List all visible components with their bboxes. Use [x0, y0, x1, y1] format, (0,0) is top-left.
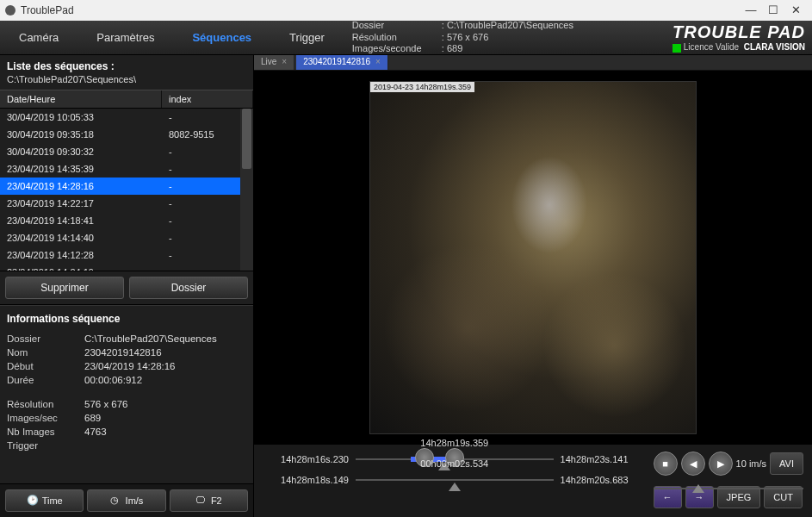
sequence-table: Date/Heure index 30/04/2019 10:05:33-30/… — [0, 90, 253, 271]
sequence-list-header: Liste des séquences : — [0, 55, 253, 74]
maximize-button[interactable]: ☐ — [762, 0, 784, 21]
header-info: Dossier: C:\TroublePad207\Sequences Réso… — [352, 20, 573, 55]
tab-camera[interactable]: Caméra — [0, 21, 77, 55]
frame-image: 2019-04-23 14h28m19s.359 — [369, 81, 697, 434]
frame-timestamp: 2019-04-23 14h28m19s.359 — [370, 82, 474, 92]
scrollbar[interactable] — [240, 109, 253, 271]
table-row[interactable]: 23/04/2019 14:14:40- — [0, 229, 253, 246]
tab-parametres[interactable]: Paramètres — [77, 21, 173, 55]
play-back-button[interactable]: ◀ — [681, 452, 705, 476]
table-row[interactable]: 30/04/2019 09:35:188082-9515 — [0, 126, 253, 143]
table-row[interactable]: 23/04/2019 14:22:17- — [0, 195, 253, 212]
avi-button[interactable]: AVI — [770, 452, 803, 475]
f2-button[interactable]: 🖵F2 — [170, 489, 248, 512]
dossier-button[interactable]: Dossier — [129, 277, 248, 299]
table-row[interactable]: 30/04/2019 09:30:32- — [0, 143, 253, 160]
table-row[interactable]: 30/04/2019 10:05:33- — [0, 109, 253, 126]
play-forward-button[interactable]: ▶ — [709, 452, 733, 476]
sequence-rows[interactable]: 30/04/2019 10:05:33-30/04/2019 09:35:188… — [0, 109, 253, 271]
timeline-track-2[interactable]: 00h00m02s.534 — [356, 472, 554, 488]
monitor-icon: 🖵 — [195, 495, 208, 507]
sequence-path: C:\TroublePad207\Sequences\ — [0, 74, 253, 90]
playhead-marker-2[interactable] — [449, 483, 461, 491]
timeline2-left: 14h28m18s.149 — [263, 475, 349, 485]
stop-button[interactable]: ■ — [654, 452, 678, 476]
window-title: TroublePad — [21, 4, 74, 16]
col-date-heure[interactable]: Date/Heure — [0, 90, 162, 108]
supprimer-button[interactable]: Supprimer — [5, 277, 124, 299]
tab-trigger[interactable]: Trigger — [270, 21, 344, 55]
rate-marker[interactable] — [692, 484, 704, 493]
viewer-tab-live[interactable]: Live× — [254, 55, 294, 70]
close-icon[interactable]: × — [375, 57, 381, 66]
timeline2-right: 14h28m20s.683 — [561, 475, 647, 485]
left-panel: Liste des séquences : C:\TroublePad207\S… — [0, 55, 254, 517]
left-toolbar: 🕑Time ◷Im/s 🖵F2 — [0, 483, 253, 517]
playback-rate: 10 im/s — [736, 458, 766, 469]
table-row[interactable]: 23/04/2019 14:12:28- — [0, 246, 253, 264]
image-viewer[interactable]: 2019-04-23 14h28m19s.359 — [254, 71, 812, 444]
gauge-icon: ◷ — [110, 495, 122, 507]
viewer-tab-sequence[interactable]: 23042019142816× — [296, 55, 388, 70]
app-icon — [5, 5, 15, 16]
top-nav: Caméra Paramètres Séquences Trigger Doss… — [0, 21, 812, 55]
timeline1-left: 14h28m16s.230 — [263, 454, 349, 464]
playback-controls: 14h28m16s.230 14h28m19s.359 14h28m23s.14… — [254, 444, 812, 517]
right-panel: Live× 23042019142816× 2019-04-23 14h28m1… — [254, 55, 812, 517]
table-row[interactable]: 23/04/2019 14:18:41- — [0, 212, 253, 229]
table-row[interactable]: 23/04/2019 14:35:39- — [0, 160, 253, 178]
brand: TROUBLE PAD Licence Valide CLARA VISION — [673, 22, 812, 52]
info-sequence-header: Informations séquence — [0, 305, 253, 328]
close-icon[interactable]: × — [282, 57, 287, 66]
close-button[interactable]: ✕ — [784, 0, 807, 21]
viewer-tabs: Live× 23042019142816× — [254, 55, 812, 71]
col-index[interactable]: index — [162, 90, 253, 108]
minimize-button[interactable]: — — [740, 0, 762, 21]
table-row[interactable]: 23/04/2019 14:04:19- — [0, 264, 253, 271]
licence-indicator-icon — [673, 44, 681, 53]
table-row[interactable]: 23/04/2019 14:28:16- — [0, 178, 253, 195]
ims-button[interactable]: ◷Im/s — [87, 489, 165, 512]
tab-sequences[interactable]: Séquences — [173, 21, 270, 55]
brand-name: TROUBLE PAD — [673, 22, 805, 42]
titlebar: TroublePad — ☐ ✕ — [0, 0, 812, 21]
time-button[interactable]: 🕑Time — [5, 489, 84, 512]
timeline1-right: 14h28m23s.141 — [561, 454, 647, 464]
clock-icon: 🕑 — [27, 495, 39, 507]
info-sequence: DossierC:\TroublePad207\Sequences Nom230… — [0, 328, 253, 461]
